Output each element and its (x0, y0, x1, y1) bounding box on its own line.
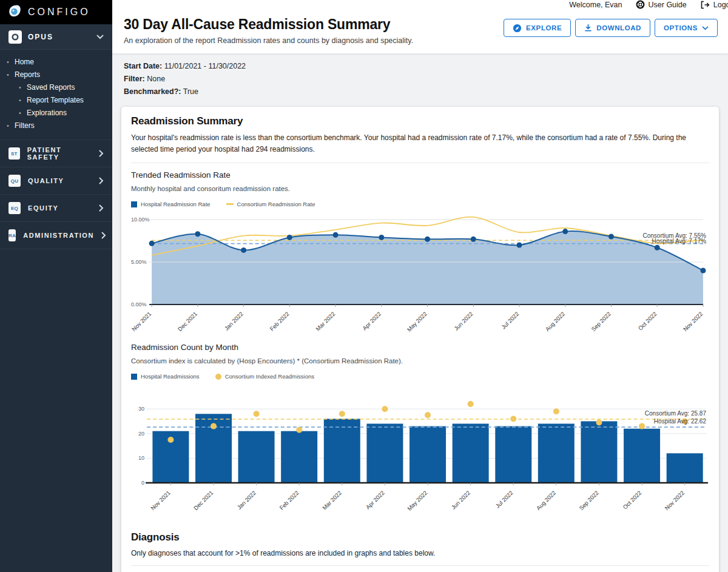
diagnosis-title: Diagnosis (131, 531, 709, 543)
divider (131, 565, 709, 566)
sidebar-section-equity[interactable]: EQEQUITY (0, 195, 112, 222)
svg-text:Hospital Avg: 22.62: Hospital Avg: 22.62 (654, 418, 707, 425)
count-chart-legend: Hospital Readmissions Consortium Indexed… (131, 373, 709, 380)
svg-text:Jan 2022: Jan 2022 (223, 311, 244, 332)
sidebar-item-saved-reports[interactable]: Saved Reports (0, 81, 112, 94)
sidebar-section-quality[interactable]: QUQUALITY (0, 167, 112, 195)
logout-label: Logout (713, 1, 728, 9)
svg-text:Jun 2022: Jun 2022 (450, 490, 471, 511)
svg-text:10.00%: 10.00% (131, 217, 150, 223)
svg-text:Jun 2022: Jun 2022 (453, 311, 474, 332)
legend-label: Consortium Indexed Readmissions (225, 373, 314, 380)
legend-label: Hospital Readmission Rate (141, 201, 211, 207)
svg-text:Oct 2022: Oct 2022 (621, 490, 642, 511)
svg-text:Oct 2022: Oct 2022 (637, 311, 658, 332)
info-row: Start Date: 11/01/2021 - 11/30/2022 (124, 60, 716, 73)
page-title: 30 Day All-Cause Readmission Summary (124, 16, 504, 33)
trend-chart-legend: Hospital Readmission Rate Consortium Rea… (131, 201, 709, 207)
download-icon (584, 24, 592, 32)
info-row: Benchmarked?: True (124, 86, 716, 98)
svg-text:Aug 2022: Aug 2022 (535, 490, 558, 511)
summary-body: Your hospital's readmission rate is less… (131, 132, 709, 155)
sidebar: CONFIGO OPUS HomeReportsSaved ReportsRep… (0, 0, 112, 572)
legend-square-swatch (131, 201, 137, 207)
logout-icon (700, 1, 710, 9)
svg-text:Sep 2022: Sep 2022 (590, 311, 612, 332)
svg-text:Sep 2022: Sep 2022 (578, 490, 600, 511)
svg-text:30: 30 (138, 406, 144, 412)
sidebar-item-reports[interactable]: Reports (0, 69, 112, 81)
main-area: Welcome, Evan User Guide (112, 0, 728, 572)
svg-text:20: 20 (138, 431, 144, 437)
svg-text:Aug 2022: Aug 2022 (544, 311, 567, 332)
download-button[interactable]: DOWNLOAD (575, 19, 650, 37)
legend-label: Hospital Readmissions (141, 373, 200, 380)
chevron-down-icon (702, 26, 709, 30)
download-label: DOWNLOAD (596, 24, 641, 32)
svg-text:Mar 2022: Mar 2022 (314, 311, 336, 332)
svg-text:Jul 2022: Jul 2022 (494, 490, 514, 510)
qu-badge-icon: QU (8, 175, 21, 187)
sidebar-sections: STPATIENT SAFETYQUQUALITYEQEQUITYRAADMIN… (0, 140, 112, 249)
chevron-right-icon (99, 204, 104, 212)
sidebar-item-report-templates[interactable]: Report Templates (0, 94, 112, 107)
svg-text:Consortium Avg: 25.87: Consortium Avg: 25.87 (645, 410, 707, 417)
legend-dash-swatch (226, 203, 234, 205)
svg-text:Nov 2021: Nov 2021 (149, 490, 172, 511)
lifebuoy-icon (636, 0, 645, 9)
sidebar-item-filters[interactable]: Filters (0, 119, 112, 132)
app-root: CONFIGO OPUS HomeReportsSaved ReportsRep… (0, 0, 728, 572)
svg-text:May 2022: May 2022 (406, 490, 428, 512)
report-card: Readmission Summary Your hospital's read… (121, 107, 719, 572)
legend-item[interactable]: Consortium Indexed Readmissions (215, 373, 314, 380)
svg-text:Nov 2021: Nov 2021 (131, 311, 153, 332)
svg-text:Jul 2022: Jul 2022 (500, 311, 520, 331)
svg-text:0: 0 (141, 480, 144, 486)
divider (131, 163, 709, 163)
compass-icon (513, 24, 522, 33)
svg-text:Jan 2022: Jan 2022 (236, 490, 257, 511)
report-info: Start Date: 11/01/2021 - 11/30/2022Filte… (112, 54, 728, 106)
count-chart-subtitle: Consortium index is calculated by (Hosp … (131, 357, 709, 365)
trend-chart[interactable]: 0.00%5.00%10.00%Consortium Avg: 7.55%Hos… (131, 212, 709, 337)
svg-text:10: 10 (138, 456, 144, 462)
sidebar-item-explorations[interactable]: Explorations (0, 107, 112, 119)
legend-item[interactable]: Hospital Readmission Rate (131, 201, 211, 207)
svg-text:Mar 2022: Mar 2022 (321, 490, 343, 511)
svg-text:Dec 2021: Dec 2021 (177, 311, 199, 332)
explore-button[interactable]: EXPLORE (504, 19, 571, 37)
opus-icon (8, 30, 22, 44)
configo-logo[interactable]: CONFIGO (0, 0, 112, 24)
options-label: OPTIONS (664, 24, 698, 32)
count-chart[interactable]: 0102030Consortium Avg: 25.87Hospital Avg… (131, 388, 709, 520)
svg-text:Dec 2021: Dec 2021 (192, 490, 215, 511)
logout-link[interactable]: Logout (700, 1, 728, 9)
sidebar-section-patient-safety[interactable]: STPATIENT SAFETY (0, 140, 112, 167)
svg-text:Feb 2022: Feb 2022 (278, 490, 300, 511)
options-button[interactable]: OPTIONS (655, 19, 718, 37)
ra-badge-icon: RA (8, 229, 16, 241)
chevron-right-icon (101, 232, 106, 239)
sidebar-item-home[interactable]: Home (0, 56, 112, 69)
legend-square-swatch (131, 374, 137, 380)
explore-label: EXPLORE (526, 24, 562, 32)
st-badge-icon: ST (8, 147, 20, 160)
sidebar-menu: HomeReportsSaved ReportsReport Templates… (0, 50, 112, 140)
sidebar-section-administration[interactable]: RAADMINISTRATION (0, 222, 112, 249)
svg-text:Nov 2022: Nov 2022 (682, 311, 704, 332)
section-label: ADMINISTRATION (23, 232, 94, 239)
legend-item[interactable]: Consortium Readmission Rate (226, 201, 315, 207)
topbar: Welcome, Evan User Guide (112, 0, 728, 9)
svg-text:Hospital Avg: 7.17%: Hospital Avg: 7.17% (652, 238, 707, 245)
product-selector-opus[interactable]: OPUS (0, 24, 112, 50)
legend-item[interactable]: Hospital Readmissions (131, 373, 200, 380)
svg-text:Feb 2022: Feb 2022 (269, 311, 291, 332)
product-label: OPUS (28, 33, 53, 41)
user-guide-link[interactable]: User Guide (636, 0, 687, 9)
svg-text:5.00%: 5.00% (131, 259, 147, 265)
svg-text:May 2022: May 2022 (406, 311, 428, 333)
configo-drop-icon (7, 3, 23, 21)
svg-text:Apr 2022: Apr 2022 (365, 490, 386, 511)
svg-text:Nov 2022: Nov 2022 (664, 490, 686, 511)
logo-text: CONFIGO (28, 7, 90, 18)
